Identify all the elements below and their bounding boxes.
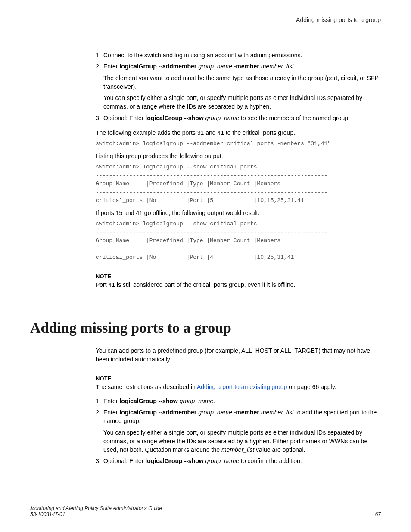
note-text: The same restrictions as described in bbox=[96, 383, 197, 390]
footer-left: Monitoring and Alerting Policy Suite Adm… bbox=[30, 505, 162, 517]
page-footer: Monitoring and Alerting Policy Suite Adm… bbox=[30, 505, 381, 517]
command-arg: member_list bbox=[261, 63, 294, 70]
example-text: Listing this group produces the followin… bbox=[96, 152, 381, 160]
command-name: logicalGroup --show bbox=[145, 457, 203, 464]
step-3: Optional: Enter logicalGroup --show grou… bbox=[96, 114, 381, 122]
section-heading: Adding missing ports to a group bbox=[30, 320, 381, 336]
doc-number: 53-1003147-01 bbox=[30, 511, 162, 517]
command-arg: group_name bbox=[180, 398, 214, 404]
note-text: on page 66 apply. bbox=[287, 383, 336, 390]
command-arg: group_name bbox=[206, 457, 240, 464]
step-text: to confirm the addition. bbox=[239, 457, 302, 464]
note-label: NOTE bbox=[96, 273, 381, 280]
step-text: Connect to the switch and log in using a… bbox=[103, 52, 302, 59]
command-name: logicalGroup --addmember bbox=[119, 63, 196, 70]
step-2: Enter logicalGroup --addmember group_nam… bbox=[96, 408, 381, 454]
step-text: Optional: Enter bbox=[103, 457, 145, 464]
step-text: to see the members of the named group. bbox=[239, 115, 350, 121]
step-text: Enter bbox=[103, 398, 119, 404]
command-name: logicalGroup --show bbox=[145, 115, 203, 121]
doc-title: Monitoring and Alerting Policy Suite Adm… bbox=[30, 505, 162, 511]
command-flag: -member bbox=[234, 63, 259, 70]
step-1: Enter logicalGroup --show group_name. bbox=[96, 397, 381, 405]
step-1: Connect to the switch and log in using a… bbox=[96, 51, 381, 59]
procedure-steps-1: Connect to the switch and log in using a… bbox=[96, 51, 381, 122]
command-flag: -member bbox=[234, 409, 259, 416]
text: value are optional. bbox=[254, 446, 305, 453]
terminal-output: switch:admin> logicalgroup --show critic… bbox=[96, 163, 381, 205]
page: Adding missing ports to a group Connect … bbox=[0, 0, 411, 532]
running-header: Adding missing ports to a group bbox=[30, 16, 381, 23]
command-arg: group_name bbox=[198, 63, 232, 70]
cross-reference-link[interactable]: Adding a port to an existing group bbox=[197, 383, 287, 390]
command-arg: group_name bbox=[198, 409, 232, 416]
step-subtext: You can specify either a single port, or… bbox=[103, 428, 381, 454]
step-3: Optional: Enter logicalGroup --show grou… bbox=[96, 457, 381, 465]
step-text: . bbox=[213, 398, 215, 404]
note-body: The same restrictions as described in Ad… bbox=[96, 383, 381, 391]
terminal-output: switch:admin> logicalgroup --addmember c… bbox=[96, 140, 381, 148]
command-name: logicalGroup --addmember bbox=[119, 409, 196, 416]
step-subtext: The element you want to add must be the … bbox=[103, 74, 381, 91]
arg-name: member_list bbox=[221, 446, 254, 453]
step-text: Optional: Enter bbox=[103, 115, 145, 121]
command-arg: group_name bbox=[206, 115, 240, 121]
content-block-2: You can add ports to a predefined group … bbox=[30, 346, 381, 466]
note-rule bbox=[96, 373, 381, 373]
step-text: Enter bbox=[103, 409, 119, 416]
note-body: Port 41 is still considered part of the … bbox=[96, 280, 381, 289]
step-text: Enter bbox=[103, 63, 119, 70]
section-intro: You can add ports to a predefined group … bbox=[96, 346, 381, 364]
command-name: logicalGroup --show bbox=[119, 398, 177, 404]
example-intro: The following example adds the ports 31 … bbox=[96, 128, 381, 137]
terminal-output: switch:admin> logicalgroup --show critic… bbox=[96, 220, 381, 262]
step-subtext: You can specify either a single port, or… bbox=[103, 93, 381, 111]
content-block-1: Connect to the switch and log in using a… bbox=[30, 51, 381, 289]
procedure-steps-2: Enter logicalGroup --show group_name. En… bbox=[96, 397, 381, 466]
note-rule bbox=[96, 271, 381, 271]
page-number: 67 bbox=[375, 511, 381, 517]
step-2: Enter logicalGroup --addmember group_nam… bbox=[96, 62, 381, 111]
example-text: If ports 15 and 41 go offline, the follo… bbox=[96, 208, 381, 217]
note-label: NOTE bbox=[96, 375, 381, 382]
command-arg: member_list bbox=[261, 409, 294, 416]
